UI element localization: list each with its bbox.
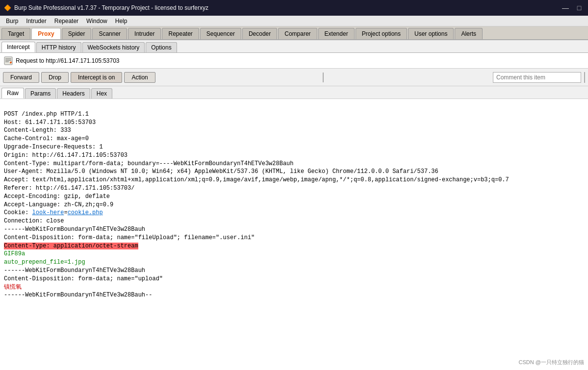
window-controls[interactable]: — □ [561, 4, 584, 12]
drop-button[interactable]: Drop [41, 72, 69, 83]
request-line-17: Content-Type: application/octet-stream [4, 242, 584, 250]
sub-tab-bar: InterceptHTTP historyWebSockets historyO… [0, 40, 588, 53]
intercept-toggle-button[interactable]: Intercept is on [71, 72, 122, 83]
request-line-11: Accept-Language: zh-CN,zh;q=0.9 [4, 201, 584, 209]
minimize-button[interactable]: — [561, 4, 570, 12]
main-tab-spider[interactable]: Spider [62, 28, 92, 39]
editor-tab-headers[interactable]: Headers [57, 88, 90, 99]
request-line-12: Cookie: look-here=cookie.php [4, 209, 584, 217]
app-icon: 🔶 [4, 4, 11, 11]
comment-input[interactable] [493, 72, 581, 83]
app-title: Burp Suite Professional v1.7.37 - Tempor… [14, 4, 208, 11]
editor-tab-bar: RawParamsHeadersHex [0, 86, 588, 99]
action-bar: Forward Drop Intercept is on Action [0, 69, 588, 86]
main-tab-project-options[interactable]: Project options [356, 28, 407, 39]
main-tab-decoder[interactable]: Decoder [242, 28, 277, 39]
request-line-9: Referer: http://61.147.171.105:53703/ [4, 184, 584, 193]
main-tab-bar: TargetProxySpiderScannerIntruderRepeater… [0, 26, 588, 40]
sub-tab-http-history[interactable]: HTTP history [36, 42, 81, 52]
request-line-5: Origin: http://61.147.171.105:53703 [4, 151, 584, 160]
main-tab-extender[interactable]: Extender [318, 28, 355, 39]
menu-bar: BurpIntruderRepeaterWindowHelp [0, 16, 588, 26]
menu-item-burp[interactable]: Burp [2, 17, 22, 25]
request-line-16: Content-Disposition: form-data; name="fi… [4, 234, 584, 242]
watermark: CSDN @一只特立独行的猫 [519, 359, 584, 366]
forward-button[interactable]: Forward [3, 72, 39, 83]
request-line-19: GIF89a [4, 250, 584, 258]
main-tab-intruder[interactable]: Intruder [128, 28, 161, 39]
sub-tab-intercept[interactable]: Intercept [1, 42, 35, 52]
main-tab-scanner[interactable]: Scanner [92, 28, 127, 39]
main-tab-comparer[interactable]: Comparer [278, 28, 317, 39]
main-tab-user-options[interactable]: User options [408, 28, 454, 39]
menu-item-intruder[interactable]: Intruder [22, 17, 50, 25]
main-tab-target[interactable]: Target [1, 28, 30, 39]
request-line-13: Connection: close [4, 217, 584, 225]
request-content-area[interactable]: POST /index.php HTTP/1.1Host: 61.147.171… [0, 99, 588, 370]
main-tab-proxy[interactable]: Proxy [31, 28, 60, 39]
editor-tab-hex[interactable]: Hex [91, 88, 112, 99]
request-line-3: Cache-Control: max-age=0 [4, 135, 584, 143]
editor-tab-params[interactable]: Params [25, 88, 56, 99]
maximize-button[interactable]: □ [574, 4, 584, 12]
menu-item-help[interactable]: Help [111, 17, 131, 25]
sub-tab-websockets-history[interactable]: WebSockets history [82, 42, 145, 52]
request-line-10: Accept-Encoding: gzip, deflate [4, 193, 584, 201]
editor-tab-raw[interactable]: Raw [1, 88, 24, 99]
request-line-21: ------WebKitFormBoundarynT4hETVe3w28Bauh [4, 267, 584, 275]
request-line-22: Content-Disposition: form-data; name="up… [4, 275, 584, 283]
request-line-24: 镇慌氧 [4, 283, 584, 292]
request-info-bar: Request to http://61.147.171.105:53703 [0, 53, 588, 69]
edit-icon [4, 56, 13, 65]
main-tab-repeater[interactable]: Repeater [162, 28, 199, 39]
request-line-1: Host: 61.147.171.105:53703 [4, 119, 584, 127]
title-bar: 🔶 Burp Suite Professional v1.7.37 - Temp… [0, 0, 588, 16]
request-line-2: Content-Length: 333 [4, 126, 584, 135]
request-line-20: auto_prepend_file=1.jpg [4, 258, 584, 267]
action-button[interactable]: Action [124, 72, 155, 83]
request-line-0: POST /index.php HTTP/1.1 [4, 110, 584, 119]
menu-item-window[interactable]: Window [82, 17, 111, 25]
svg-rect-0 [4, 57, 12, 65]
request-url-label: Request to http://61.147.171.105:53703 [16, 57, 120, 64]
menu-item-repeater[interactable]: Repeater [51, 17, 82, 25]
request-line-8: Accept: text/html,application/xhtml+xml,… [4, 176, 584, 184]
request-line-6: Content-Type: multipart/form-data; bound… [4, 160, 584, 168]
request-line-15: ------WebKitFormBoundarynT4hETVe3w28Bauh [4, 225, 584, 234]
request-line-25: ------WebKitFormBoundarynT4hETVe3w28Bauh… [4, 291, 584, 299]
main-tab-alerts[interactable]: Alerts [455, 28, 483, 39]
main-tab-sequencer[interactable]: Sequencer [200, 28, 241, 39]
request-line-7: User-Agent: Mozilla/5.0 (Windows NT 10.0… [4, 168, 584, 176]
request-line-4: Upgrade-Insecure-Requests: 1 [4, 143, 584, 151]
sub-tab-options[interactable]: Options [146, 42, 177, 52]
